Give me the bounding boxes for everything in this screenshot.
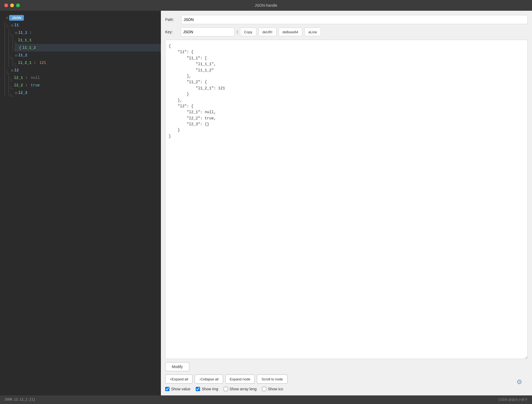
show-array-leng-label: Show array leng: [230, 387, 257, 391]
key-label: Key:: [165, 30, 179, 34]
l2-1-colon: :: [23, 76, 28, 80]
show-img-label: Show img: [202, 387, 218, 391]
bottom-section: Modify +Expand all -Collapse all Expand …: [165, 362, 528, 391]
l2-1-row[interactable]: l2_1 : null: [11, 74, 161, 82]
v-line-root: [5, 21, 5, 67]
v-line-l1-2: [13, 59, 13, 67]
v-line-root2: [5, 67, 5, 97]
l1-children: ⊟ l1_1 :: [7, 29, 161, 67]
titlebar: JSON-handle: [0, 0, 532, 11]
modify-button[interactable]: Modify: [165, 362, 189, 371]
l2-1-connector: [11, 78, 13, 81]
right-panel: Path: Key: : Copy deURI deBase64 aLine {…: [161, 11, 532, 395]
show-img-checkbox[interactable]: [196, 387, 200, 391]
status-credit: CSDN @逆向小孝子: [498, 398, 528, 402]
show-ico-label: Show ico: [268, 387, 283, 391]
l1-1-1-key: l1_1_1: [18, 38, 31, 42]
collapse-all-button[interactable]: -Collapse all: [195, 374, 223, 384]
window-title: JSON-handle: [255, 3, 277, 8]
deuri-button[interactable]: deURI: [258, 28, 276, 36]
minimize-button[interactable]: [10, 3, 14, 7]
expand-all-button[interactable]: +Expand all: [165, 374, 193, 384]
l1-toggle[interactable]: ⊟: [10, 23, 14, 27]
l1-1-children: l1_1_1 { l1_1_2: [11, 36, 161, 52]
l1-1-2-bracket: {: [19, 46, 21, 50]
l1-2-connector: [11, 56, 13, 59]
statusbar: JSON.l1.l1_1.[1] CSDN @逆向小孝子: [0, 395, 532, 404]
l2-2-value: true: [28, 83, 40, 87]
checkboxes-row: Show value Show img Show array leng Show…: [165, 387, 528, 391]
l2-row[interactable]: ⊟ l2: [7, 67, 161, 74]
show-array-leng-checkbox-item[interactable]: Show array leng: [224, 387, 257, 391]
v-line-l1: [9, 29, 9, 67]
l2-indent: ⊟ l2 l2_1 : null: [3, 67, 161, 97]
json-root-badge[interactable]: JSON: [9, 15, 24, 21]
maximize-button[interactable]: [16, 3, 20, 7]
l2-toggle[interactable]: ⊟: [10, 68, 14, 72]
l1-1-toggle[interactable]: ⊟: [14, 31, 18, 35]
l2-key: l2: [14, 68, 19, 72]
l1-2-1-value: 121: [37, 61, 46, 65]
json-textarea[interactable]: { "l1": { "l1_1": [ "l1_1_1", "l1_1_2" ]…: [165, 40, 528, 359]
l2-connector: [7, 71, 9, 74]
key-row: Key: : Copy deURI deBase64 aLine: [165, 27, 528, 36]
show-ico-checkbox[interactable]: [262, 387, 266, 391]
l2-3-key: l2_3: [18, 91, 27, 95]
show-ico-checkbox-item[interactable]: Show ico: [262, 387, 283, 391]
l1-1-1-row[interactable]: l1_1_1: [15, 36, 161, 44]
l2-2-connector: [11, 86, 13, 89]
l1-2-1-colon: :: [31, 61, 36, 65]
l1-2-toggle[interactable]: ⊟: [14, 53, 18, 57]
l1-2-key: l1_2: [18, 53, 27, 57]
l2-2-colon: :: [23, 83, 28, 87]
path-input[interactable]: [181, 15, 528, 24]
close-button[interactable]: [4, 3, 8, 7]
main-layout: ⊟ JSON ⊟ l1: [0, 11, 532, 395]
l2-3-row[interactable]: ⊟ l2_3: [11, 89, 161, 97]
aline-button[interactable]: aLine: [304, 28, 321, 36]
l1-1-2-key: l1_1_2: [22, 46, 36, 50]
l2-2-row[interactable]: l2_2 : true: [11, 82, 161, 89]
l1-1-key: l1_1: [18, 31, 27, 35]
show-value-label: Show value: [171, 387, 190, 391]
gear-icon[interactable]: ⚙: [516, 378, 522, 386]
l1-2-row[interactable]: ⊟ l1_2: [11, 52, 161, 59]
root-toggle[interactable]: ⊟: [5, 16, 9, 20]
l1-1-connector: [11, 33, 13, 36]
l1-1-2-connector: [15, 48, 17, 51]
key-input[interactable]: [181, 27, 234, 36]
l1-1-colon: :: [27, 31, 32, 35]
show-img-checkbox-item[interactable]: Show img: [196, 387, 218, 391]
v-line-l1-1: [13, 36, 13, 52]
l2-2-key: l2_2: [14, 83, 23, 87]
tree-actions: +Expand all -Collapse all Expand node Sc…: [165, 374, 528, 384]
l2-3-toggle[interactable]: ⊟: [14, 91, 18, 95]
l1-1-row[interactable]: ⊟ l1_1 :: [11, 29, 161, 36]
l1-key: l1: [14, 23, 19, 27]
l2-1-value: null: [28, 76, 40, 80]
tree-container: ⊟ JSON ⊟ l1: [0, 14, 161, 97]
expand-node-button[interactable]: Expand node: [225, 374, 255, 384]
l1-2-children: l1_2_1 : 121: [11, 59, 161, 67]
l1-1-2-row[interactable]: { l1_1_2: [15, 44, 161, 52]
scroll-node-button[interactable]: Scroll to node: [257, 374, 287, 384]
l2-children: l2_1 : null l2_2 : true: [7, 74, 161, 97]
debase64-button[interactable]: deBase64: [279, 28, 302, 36]
tree-root-row[interactable]: ⊟ JSON: [3, 14, 161, 21]
l1-row[interactable]: ⊟ l1: [7, 21, 161, 29]
path-row: Path:: [165, 15, 528, 24]
copy-button[interactable]: Copy: [240, 28, 256, 36]
show-value-checkbox-item[interactable]: Show value: [165, 387, 190, 391]
l1-indent: ⊟ l1 ⊟ l1_1 :: [3, 21, 161, 67]
l1-2-1-row[interactable]: l1_2_1 : 121: [15, 59, 161, 67]
l1-2-1-key: l1_2_1: [18, 61, 31, 65]
tree-panel: ⊟ JSON ⊟ l1: [0, 11, 161, 395]
path-label: Path:: [165, 17, 179, 22]
key-colon-sep: :: [237, 30, 238, 34]
window-controls: [4, 3, 20, 7]
l2-3-connector: [11, 93, 13, 96]
show-array-leng-checkbox[interactable]: [224, 387, 228, 391]
l1-1-1-connector: [15, 41, 17, 44]
v-line-l2: [9, 74, 9, 97]
show-value-checkbox[interactable]: [165, 387, 169, 391]
